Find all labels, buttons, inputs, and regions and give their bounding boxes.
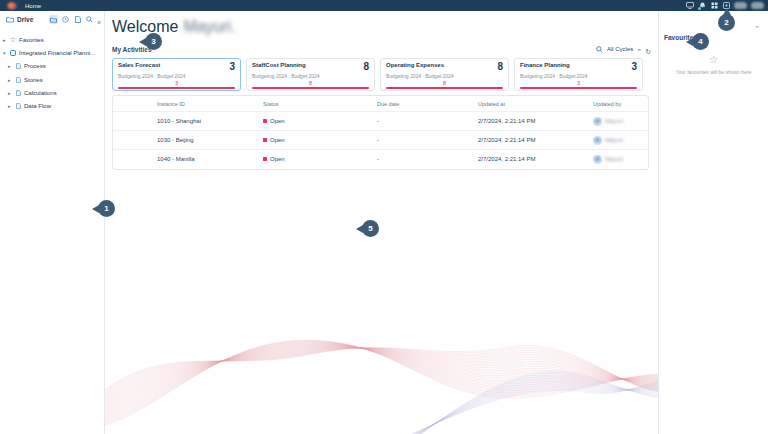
activities-header: My Activities All Cycles (112, 43, 651, 55)
card-subtitle: Budgeting 2024 : Budget:2024 (520, 73, 637, 79)
instances-table: Instance ID Status Due date Updated at U… (112, 95, 649, 170)
folder-doc-icon (14, 103, 22, 109)
cycles-filter-label[interactable]: All Cycles (607, 46, 633, 52)
annotation-badge-3: 3 (145, 33, 162, 50)
column-updated-by: Updated by (593, 101, 648, 107)
card-progress-bar (252, 87, 369, 90)
folder-doc-icon (14, 90, 22, 96)
activities-title: My Activities (112, 46, 152, 53)
cell-updated-by: Mayuri (593, 136, 648, 145)
status-open-icon (263, 157, 267, 161)
card-count: 3 (229, 62, 235, 71)
welcome-text: Welcome (112, 18, 178, 36)
table-row[interactable]: 1010 - Shanghai Open - 2/7/2024, 2:21:14… (113, 111, 648, 130)
brand-badge (751, 2, 764, 9)
collapse-sidebar-icon[interactable] (97, 11, 101, 29)
cycles-filter[interactable]: All Cycles (596, 40, 651, 58)
card-progress-value: 8 (386, 80, 503, 86)
tree-item-favorites[interactable]: Favorites (0, 33, 104, 46)
card-title: StaffCost Planning (252, 62, 306, 68)
annotation-badge-4: 4 (692, 33, 709, 50)
file-tree: Favorites Integrated Financial Planni...… (0, 33, 104, 113)
column-updated-at: Updated at (478, 101, 593, 107)
favourites-panel: Favourites Your favourites will be shown… (659, 11, 768, 434)
tree-item-calculations[interactable]: Calculations (0, 86, 104, 99)
status-label: Open (270, 118, 285, 124)
cell-instance-id[interactable]: 1030 - Beijing (157, 137, 263, 143)
card-operating-expenses[interactable]: Operating Expenses8 Budgeting 2024 : Bud… (380, 58, 509, 91)
document-view-icon[interactable] (73, 15, 82, 24)
card-progress-value: 8 (252, 80, 369, 86)
card-progress-value: 3 (520, 80, 637, 86)
drive-toolbar (49, 11, 101, 29)
sap-logo (7, 2, 17, 10)
badge-number: 3 (151, 37, 155, 46)
annotation-badge-1: 1 (98, 200, 115, 217)
favourites-title: Favourites (664, 34, 768, 41)
sidebar-divider (104, 11, 105, 434)
annotation-badge-2: 2 (718, 14, 735, 31)
files-view-icon[interactable] (49, 15, 58, 24)
card-sales-forecast[interactable]: Sales Forecast3 Budgeting 2024 : Budget:… (112, 58, 241, 91)
topbar-title: Home (25, 3, 41, 9)
badge-number: 5 (368, 224, 372, 233)
card-subtitle: Budgeting 2024 : Budget:2024 (252, 73, 369, 79)
recent-clock-icon[interactable] (61, 15, 70, 24)
monitor-icon[interactable] (686, 2, 694, 10)
cell-instance-id[interactable]: 1010 - Shanghai (157, 118, 263, 124)
app-grid-icon[interactable] (710, 2, 718, 10)
user-avatar[interactable] (734, 2, 747, 9)
card-title: Operating Expenses (386, 62, 444, 68)
cell-status: Open (263, 156, 377, 162)
card-staffcost-planning[interactable]: StaffCost Planning8 Budgeting 2024 : Bud… (246, 58, 375, 91)
cell-instance-id[interactable]: 1040 - Manilla (157, 156, 263, 162)
cell-due-date: - (377, 137, 478, 143)
sidebar: Drive Favorites (0, 11, 104, 434)
planning-model-icon (9, 50, 17, 56)
table-row[interactable]: 1030 - Beijing Open - 2/7/2024, 2:21:14 … (113, 130, 648, 149)
card-finance-planning[interactable]: Finance Planning3 Budgeting 2024 : Budge… (514, 58, 643, 91)
cell-due-date: - (377, 118, 478, 124)
tree-item-stories[interactable]: Stories (0, 73, 104, 86)
table-row[interactable]: 1040 - Manilla Open - 2/7/2024, 2:21:14 … (113, 149, 648, 168)
search-icon[interactable] (85, 15, 94, 24)
tree-item-label: Favorites (19, 37, 44, 43)
cell-due-date: - (377, 156, 478, 162)
card-progress-bar (520, 87, 637, 90)
status-open-icon (263, 138, 267, 142)
updated-by-name: Mayuri (605, 156, 623, 162)
drive-header: Drive (0, 11, 104, 28)
card-title: Sales Forecast (118, 62, 160, 68)
drive-folder-icon (5, 15, 14, 24)
status-open-icon (263, 119, 267, 123)
card-count: 8 (363, 62, 369, 71)
badge-number: 4 (698, 37, 702, 46)
wave-background-graphic (105, 160, 658, 434)
updated-by-name: Mayuri (605, 137, 623, 143)
card-subtitle: Budgeting 2024 : Budget:2024 (118, 73, 235, 79)
avatar (593, 136, 602, 145)
tree-item-label: Stories (24, 77, 43, 83)
avatar (593, 117, 602, 126)
annotation-badge-5: 5 (362, 220, 379, 237)
tree-item-data-flow[interactable]: Data Flow (0, 99, 104, 112)
folder-doc-icon (14, 77, 22, 83)
column-status: Status (263, 101, 377, 107)
card-subtitle: Budgeting 2024 : Budget:2024 (386, 73, 503, 79)
star-icon (9, 36, 17, 44)
refresh-icon[interactable] (645, 40, 651, 58)
tree-item-integrated-financial-planning[interactable]: Integrated Financial Planni... (0, 46, 104, 59)
star-outline-icon (709, 49, 718, 66)
cell-updated-at: 2/7/2024, 2:21:14 PM (478, 118, 593, 124)
cell-status: Open (263, 118, 377, 124)
avatar (593, 155, 602, 164)
column-due-date: Due date (377, 101, 478, 107)
search-icon[interactable] (596, 45, 604, 53)
tree-item-process[interactable]: Process (0, 60, 104, 73)
notifications-bell-icon[interactable] (698, 2, 706, 10)
collapse-panel-icon[interactable] (754, 17, 760, 35)
drive-label: Drive (17, 16, 33, 23)
activity-cards: Sales Forecast3 Budgeting 2024 : Budget:… (112, 58, 658, 91)
chevron-up-icon[interactable] (636, 40, 642, 58)
topbar: Home (0, 0, 768, 11)
